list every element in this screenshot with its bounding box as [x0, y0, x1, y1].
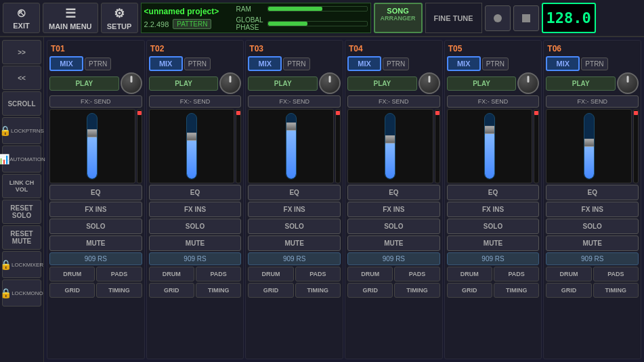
mute-button-3[interactable]: MUTE	[347, 235, 440, 251]
mute-button-4[interactable]: MUTE	[447, 235, 540, 251]
lockmixer-button[interactable]: 🔒 LOCKMIXER	[2, 251, 41, 278]
grid-button-4[interactable]: GRID	[447, 283, 492, 298]
grid-button-5[interactable]: GRID	[546, 283, 591, 298]
timing-button-0[interactable]: TIMING	[96, 283, 142, 298]
volume-knob-1[interactable]	[219, 72, 241, 94]
volume-knob-3[interactable]	[418, 72, 440, 94]
pads-button-5[interactable]: PADS	[593, 267, 639, 281]
fx-ins-button-4[interactable]: FX INS	[447, 202, 540, 217]
play-button-2[interactable]: PLAY	[248, 76, 318, 91]
solo-button-1[interactable]: SOLO	[149, 219, 242, 234]
solo-button-5[interactable]: SOLO	[546, 219, 639, 234]
play-button-3[interactable]: PLAY	[347, 76, 417, 91]
mix-button-1[interactable]: MIX	[149, 56, 183, 71]
main-menu-button[interactable]: ☰ MAIN MENU	[43, 3, 98, 33]
mix-button-4[interactable]: MIX	[447, 56, 481, 71]
mute-button-1[interactable]: MUTE	[149, 235, 242, 251]
fx-ins-button-0[interactable]: FX INS	[49, 202, 142, 217]
play-button-4[interactable]: PLAY	[447, 76, 517, 91]
fader-thumb-0[interactable]	[87, 129, 98, 137]
pads-button-2[interactable]: PADS	[295, 267, 341, 281]
mute-button-5[interactable]: MUTE	[546, 235, 639, 251]
backward-button[interactable]: <<	[2, 66, 41, 90]
mix-button-3[interactable]: MIX	[347, 56, 381, 71]
drum-button-2[interactable]: DRUM	[248, 267, 293, 281]
volume-knob-0[interactable]	[121, 72, 142, 94]
fx-send-button-3[interactable]: FX:- SEND	[347, 95, 440, 108]
fx-send-button-1[interactable]: FX:- SEND	[149, 95, 242, 108]
reset-solo-button[interactable]: RESET SOLO	[2, 200, 41, 224]
ptrn-button-1[interactable]: PTRN	[184, 58, 211, 70]
eq-button-4[interactable]: EQ	[447, 185, 540, 200]
fader-track-0[interactable]	[87, 113, 98, 179]
ptrn-button-5[interactable]: PTRN	[581, 58, 607, 70]
timing-button-1[interactable]: TIMING	[196, 283, 241, 298]
timing-button-2[interactable]: TIMING	[295, 283, 341, 298]
fx-ins-button-2[interactable]: FX INS	[248, 202, 341, 217]
solo-button-2[interactable]: SOLO	[248, 219, 341, 234]
exit-button[interactable]: ⎋ EXIT	[3, 3, 40, 33]
solo-button-3[interactable]: SOLO	[347, 219, 440, 234]
volume-knob-4[interactable]	[517, 72, 539, 94]
eq-button-3[interactable]: EQ	[347, 185, 440, 200]
pads-button-0[interactable]: PADS	[96, 267, 142, 281]
mix-button-5[interactable]: MIX	[546, 56, 580, 71]
fader-track-1[interactable]	[186, 113, 197, 179]
volume-knob-2[interactable]	[319, 72, 341, 94]
ptrn-button-4[interactable]: PTRN	[482, 58, 509, 70]
drum-button-3[interactable]: DRUM	[347, 267, 393, 281]
pads-button-3[interactable]: PADS	[394, 267, 439, 281]
eq-button-5[interactable]: EQ	[546, 185, 639, 200]
fader-thumb-4[interactable]	[484, 126, 495, 134]
lockmono-button[interactable]: 🔒 LOCKMONO	[2, 279, 41, 307]
scroll-button[interactable]: SCROLL	[2, 91, 41, 116]
ptrn-button-0[interactable]: PTRN	[85, 58, 111, 70]
play-button-1[interactable]: PLAY	[149, 76, 219, 91]
eq-button-2[interactable]: EQ	[248, 185, 341, 200]
mute-button-0[interactable]: MUTE	[49, 235, 142, 251]
fx-ins-button-3[interactable]: FX INS	[347, 202, 440, 217]
lockptrns-button[interactable]: 🔒 LOCKPTRNS	[2, 117, 41, 144]
automation-button[interactable]: 📊 AUTOMATION	[2, 145, 41, 173]
song-button[interactable]: SONG ARRANGER	[374, 3, 423, 33]
timing-button-3[interactable]: TIMING	[394, 283, 439, 298]
fader-thumb-5[interactable]	[584, 139, 595, 147]
mix-button-0[interactable]: MIX	[49, 56, 83, 71]
fader-track-4[interactable]	[484, 113, 495, 179]
timing-button-5[interactable]: TIMING	[593, 283, 639, 298]
drum-button-0[interactable]: DRUM	[49, 267, 95, 281]
grid-button-0[interactable]: GRID	[49, 283, 95, 298]
ptrn-button-2[interactable]: PTRN	[283, 58, 309, 70]
forward-button[interactable]: >>	[2, 40, 41, 64]
grid-button-1[interactable]: GRID	[149, 283, 194, 298]
play-button-0[interactable]: PLAY	[49, 76, 119, 91]
reset-mute-button[interactable]: RESET MUTE	[2, 225, 41, 250]
eq-button-1[interactable]: EQ	[149, 185, 242, 200]
fader-thumb-1[interactable]	[186, 133, 197, 141]
fx-ins-button-1[interactable]: FX INS	[149, 202, 242, 217]
play-button-5[interactable]: PLAY	[546, 76, 616, 91]
solo-button-4[interactable]: SOLO	[447, 219, 540, 234]
bpm-display[interactable]: 128.0	[542, 3, 596, 33]
drum-button-5[interactable]: DRUM	[546, 267, 591, 281]
mute-button-2[interactable]: MUTE	[248, 235, 341, 251]
setup-button[interactable]: ⚙ SETUP	[101, 3, 138, 33]
pads-button-1[interactable]: PADS	[196, 267, 241, 281]
solo-button-0[interactable]: SOLO	[49, 219, 142, 234]
fx-ins-button-5[interactable]: FX INS	[546, 202, 639, 217]
volume-knob-5[interactable]	[617, 72, 639, 94]
fader-track-2[interactable]	[286, 113, 297, 179]
fader-thumb-2[interactable]	[286, 122, 297, 131]
pads-button-4[interactable]: PADS	[494, 267, 539, 281]
mix-button-2[interactable]: MIX	[248, 56, 282, 71]
eq-button-0[interactable]: EQ	[49, 185, 142, 200]
circle-transport-btn[interactable]	[485, 5, 511, 31]
ptrn-button-3[interactable]: PTRN	[383, 58, 409, 70]
fx-send-button-0[interactable]: FX:- SEND	[49, 95, 142, 108]
link-ch-vol-button[interactable]: LINK CH VOL	[2, 174, 41, 198]
fx-send-button-5[interactable]: FX:- SEND	[546, 95, 639, 108]
drum-button-1[interactable]: DRUM	[149, 267, 194, 281]
grid-button-3[interactable]: GRID	[347, 283, 393, 298]
fader-track-5[interactable]	[584, 113, 595, 179]
fx-send-button-4[interactable]: FX:- SEND	[447, 95, 540, 108]
